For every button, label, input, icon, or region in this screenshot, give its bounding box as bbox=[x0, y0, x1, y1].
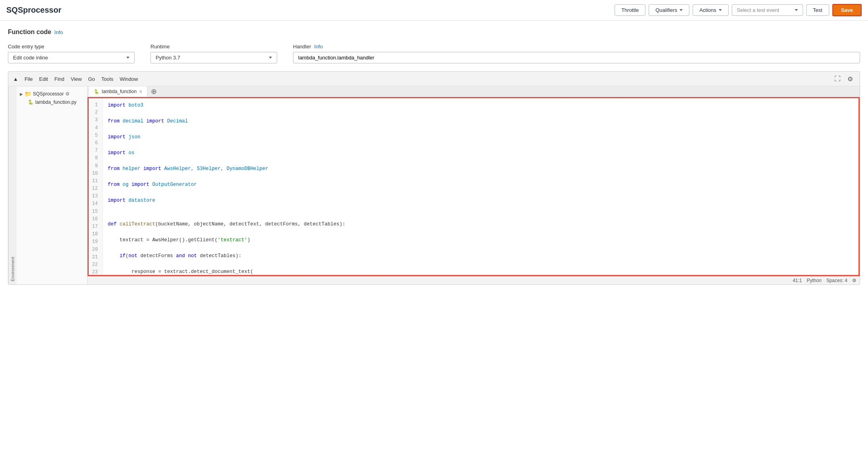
editor-menu-view[interactable]: View bbox=[71, 76, 82, 82]
folder-name: SQSprocessor bbox=[33, 91, 64, 97]
code-statusbar: 41:1 Python Spaces: 4 ⚙ bbox=[88, 276, 860, 284]
editor-container: ▲ File Edit Find View Go Tools Window ⛶ … bbox=[8, 71, 860, 285]
actions-arrow-icon bbox=[719, 9, 722, 11]
code-tabs: 🐍 lambda_function × ⊕ bbox=[88, 86, 860, 97]
header-actions: Throttle Qualifiers Actions Select a tes… bbox=[615, 4, 862, 16]
editor-menu: ▲ File Edit Find View Go Tools Window bbox=[13, 76, 138, 82]
folder-icon: 📁 bbox=[25, 91, 31, 97]
file-tree-content: ▶ 📁 SQSprocessor ⚙ 🐍 lambda_function.py bbox=[17, 86, 87, 284]
select-event-arrow-icon bbox=[795, 9, 798, 11]
editor-toolbar-right: ⛶ ⚙ bbox=[833, 74, 855, 84]
app-title: SQSprocessor bbox=[6, 6, 61, 15]
runtime-label: Runtime bbox=[150, 44, 277, 50]
environment-label: Environment bbox=[8, 86, 17, 284]
file-icon: 🐍 bbox=[28, 99, 34, 105]
file-name: lambda_function.py bbox=[35, 99, 76, 105]
tab-file-icon: 🐍 bbox=[94, 89, 99, 94]
info-link[interactable]: Info bbox=[54, 29, 63, 35]
editor-menu-window[interactable]: Window bbox=[120, 76, 138, 82]
tab-add-icon[interactable]: ⊕ bbox=[149, 87, 158, 96]
editor-menu-find[interactable]: Find bbox=[54, 76, 64, 82]
folder-triangle-icon: ▶ bbox=[20, 92, 23, 96]
settings-icon[interactable]: ⚙ bbox=[845, 74, 855, 84]
test-button[interactable]: Test bbox=[806, 4, 829, 16]
editor-body: Environment ▶ 📁 SQSprocessor ⚙ 🐍 lambda_… bbox=[8, 86, 860, 284]
section-title: Function code bbox=[8, 29, 51, 36]
handler-info-link[interactable]: Info bbox=[314, 44, 323, 50]
handler-label: Handler bbox=[293, 44, 311, 50]
editor-menu-collapse-icon[interactable]: ▲ bbox=[13, 76, 18, 82]
code-entry-type-label: Code entry type bbox=[8, 44, 135, 50]
file-tree: Environment ▶ 📁 SQSprocessor ⚙ 🐍 lambda_… bbox=[8, 86, 88, 284]
code-editor[interactable]: 12345 678910 1112131415 1617181920 21222… bbox=[88, 97, 860, 276]
handler-group: Handler Info bbox=[293, 44, 860, 63]
save-button[interactable]: Save bbox=[832, 4, 862, 16]
code-tab-lambda-function[interactable]: 🐍 lambda_function × bbox=[89, 86, 147, 97]
editor-menu-go[interactable]: Go bbox=[88, 76, 95, 82]
editor-menu-tools[interactable]: Tools bbox=[101, 76, 113, 82]
runtime-group: Runtime Python 3.7 bbox=[150, 44, 277, 63]
qualifiers-button[interactable]: Qualifiers bbox=[649, 4, 689, 16]
main-content: Function code Info Code entry type Edit … bbox=[0, 21, 868, 293]
code-area: 🐍 lambda_function × ⊕ 12345 678910 11121… bbox=[88, 86, 860, 284]
header: SQSprocessor Throttle Qualifiers Actions… bbox=[0, 0, 868, 21]
cursor-position: 41:1 bbox=[793, 278, 802, 283]
tab-name: lambda_function bbox=[102, 89, 137, 94]
editor-toolbar: ▲ File Edit Find View Go Tools Window ⛶ … bbox=[8, 72, 860, 86]
folder-settings-icon[interactable]: ⚙ bbox=[65, 91, 70, 97]
qualifiers-arrow-icon bbox=[680, 9, 683, 11]
handler-input[interactable] bbox=[293, 52, 860, 63]
code-entry-type-group: Code entry type Edit code inline bbox=[8, 44, 135, 63]
editor-menu-file[interactable]: File bbox=[25, 76, 33, 82]
runtime-arrow-icon bbox=[269, 57, 272, 59]
code-entry-type-arrow-icon bbox=[126, 57, 129, 59]
folder-item-sqsprocessor[interactable]: ▶ 📁 SQSprocessor ⚙ bbox=[18, 90, 86, 98]
code-content[interactable]: import boto3 from decimal import Decimal… bbox=[103, 98, 858, 275]
code-entry-type-select[interactable]: Edit code inline bbox=[8, 52, 135, 63]
tab-close-icon[interactable]: × bbox=[139, 89, 142, 94]
spaces-indicator: Spaces: 4 bbox=[826, 278, 847, 283]
file-item-lambda[interactable]: 🐍 lambda_function.py bbox=[18, 98, 86, 106]
section-header: Function code Info bbox=[8, 29, 860, 36]
statusbar-settings-icon[interactable]: ⚙ bbox=[852, 278, 857, 283]
select-test-event-dropdown[interactable]: Select a test event bbox=[732, 4, 803, 16]
fullscreen-icon[interactable]: ⛶ bbox=[833, 74, 842, 84]
throttle-button[interactable]: Throttle bbox=[615, 4, 645, 16]
editor-menu-edit[interactable]: Edit bbox=[39, 76, 48, 82]
actions-button[interactable]: Actions bbox=[693, 4, 729, 16]
language-indicator: Python bbox=[807, 278, 821, 283]
runtime-select[interactable]: Python 3.7 bbox=[150, 52, 277, 63]
form-row: Code entry type Edit code inline Runtime… bbox=[8, 44, 860, 63]
line-numbers: 12345 678910 1112131415 1617181920 21222… bbox=[89, 98, 103, 275]
